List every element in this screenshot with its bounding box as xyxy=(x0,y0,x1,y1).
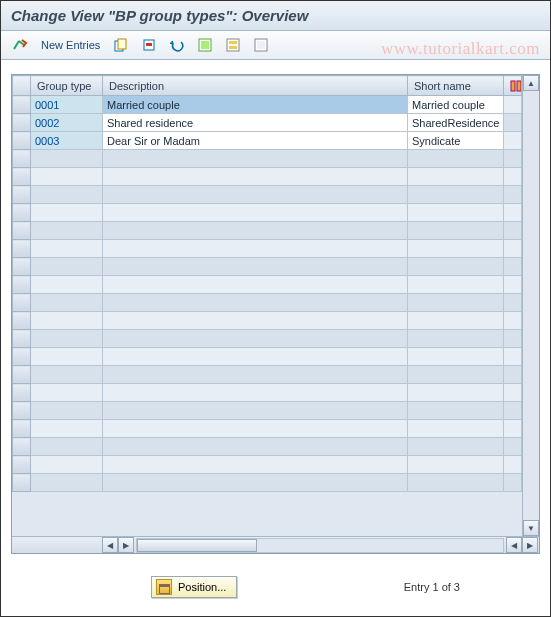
table-row-empty[interactable] xyxy=(13,276,522,294)
cell-empty[interactable] xyxy=(103,168,408,186)
hscroll-track[interactable] xyxy=(136,538,504,553)
scroll-left2-icon[interactable]: ◀ xyxy=(506,537,522,553)
row-selector[interactable] xyxy=(13,222,31,240)
cell-empty[interactable] xyxy=(408,222,504,240)
cell-empty[interactable] xyxy=(103,438,408,456)
cell-empty[interactable] xyxy=(504,402,522,420)
cell-empty[interactable] xyxy=(103,294,408,312)
cell-empty[interactable] xyxy=(504,294,522,312)
row-selector[interactable] xyxy=(13,186,31,204)
cell-empty[interactable] xyxy=(504,384,522,402)
cell-empty[interactable] xyxy=(504,438,522,456)
col-description[interactable]: Description xyxy=(103,76,408,96)
cell-empty[interactable] xyxy=(504,258,522,276)
horizontal-scrollbar[interactable]: ◀ ▶ ◀ ▶ xyxy=(12,536,539,553)
cell-empty[interactable] xyxy=(408,240,504,258)
table-config-icon[interactable] xyxy=(504,76,522,96)
cell-empty[interactable] xyxy=(31,330,103,348)
cell-group-type[interactable]: 0002 xyxy=(31,114,103,132)
cell-empty[interactable] xyxy=(408,258,504,276)
table-row-empty[interactable] xyxy=(13,240,522,258)
table-row-empty[interactable] xyxy=(13,168,522,186)
table-row-empty[interactable] xyxy=(13,186,522,204)
table-row-empty[interactable] xyxy=(13,312,522,330)
cell-empty[interactable] xyxy=(31,258,103,276)
cell-description[interactable]: Dear Sir or Madam xyxy=(103,132,408,150)
cell-empty[interactable] xyxy=(408,474,504,492)
cell-empty[interactable] xyxy=(504,150,522,168)
scroll-right-icon[interactable]: ▶ xyxy=(118,537,134,553)
table-row[interactable]: 0002Shared residenceSharedResidence xyxy=(13,114,522,132)
cell-empty[interactable] xyxy=(504,474,522,492)
cell-short-name[interactable]: Syndicate xyxy=(408,132,504,150)
scroll-track[interactable] xyxy=(523,91,539,520)
cell-empty[interactable] xyxy=(103,150,408,168)
cell-group-type[interactable]: 0003 xyxy=(31,132,103,150)
row-selector[interactable] xyxy=(13,114,31,132)
cell-empty[interactable] xyxy=(103,366,408,384)
cell-empty[interactable] xyxy=(103,258,408,276)
col-short-name[interactable]: Short name xyxy=(408,76,504,96)
table-row-empty[interactable] xyxy=(13,330,522,348)
cell-group-type[interactable]: 0001 xyxy=(31,96,103,114)
row-selector[interactable] xyxy=(13,456,31,474)
row-selector[interactable] xyxy=(13,312,31,330)
cell-empty[interactable] xyxy=(408,438,504,456)
cell-empty[interactable] xyxy=(408,276,504,294)
cell-empty[interactable] xyxy=(31,474,103,492)
row-selector[interactable] xyxy=(13,150,31,168)
cell-empty[interactable] xyxy=(504,312,522,330)
select-all-icon[interactable] xyxy=(194,35,216,55)
table-row-empty[interactable] xyxy=(13,384,522,402)
table-row-empty[interactable] xyxy=(13,258,522,276)
cell-empty[interactable] xyxy=(504,456,522,474)
cell-empty[interactable] xyxy=(31,348,103,366)
cell-empty[interactable] xyxy=(31,438,103,456)
row-selector[interactable] xyxy=(13,438,31,456)
row-selector[interactable] xyxy=(13,420,31,438)
row-selector[interactable] xyxy=(13,366,31,384)
scroll-right2-icon[interactable]: ▶ xyxy=(522,537,538,553)
cell-empty[interactable] xyxy=(103,474,408,492)
cell-empty[interactable] xyxy=(504,204,522,222)
cell-empty[interactable] xyxy=(408,204,504,222)
table-row-empty[interactable] xyxy=(13,474,522,492)
cell-empty[interactable] xyxy=(504,348,522,366)
cell-empty[interactable] xyxy=(103,276,408,294)
copy-icon[interactable] xyxy=(110,35,132,55)
cell-empty[interactable] xyxy=(408,348,504,366)
scroll-up-icon[interactable]: ▲ xyxy=(523,75,539,91)
cell-empty[interactable] xyxy=(103,456,408,474)
row-selector[interactable] xyxy=(13,294,31,312)
cell-empty[interactable] xyxy=(103,330,408,348)
row-selector[interactable] xyxy=(13,258,31,276)
row-selector[interactable] xyxy=(13,168,31,186)
cell-empty[interactable] xyxy=(103,222,408,240)
row-selector[interactable] xyxy=(13,276,31,294)
cell-empty[interactable] xyxy=(103,186,408,204)
table-row-empty[interactable] xyxy=(13,456,522,474)
cell-empty[interactable] xyxy=(408,150,504,168)
cell-empty[interactable] xyxy=(31,186,103,204)
cell-empty[interactable] xyxy=(504,186,522,204)
row-selector-header[interactable] xyxy=(13,76,31,96)
cell-empty[interactable] xyxy=(408,330,504,348)
cell-empty[interactable] xyxy=(31,276,103,294)
cell-empty[interactable] xyxy=(103,384,408,402)
cell-empty[interactable] xyxy=(31,204,103,222)
cell-empty[interactable] xyxy=(31,150,103,168)
cell-empty[interactable] xyxy=(31,456,103,474)
table-row-empty[interactable] xyxy=(13,294,522,312)
cell-empty[interactable] xyxy=(504,276,522,294)
cell-empty[interactable] xyxy=(103,312,408,330)
new-entries-button[interactable]: New Entries xyxy=(37,39,104,51)
cell-empty[interactable] xyxy=(103,420,408,438)
cell-empty[interactable] xyxy=(31,222,103,240)
cell-empty[interactable] xyxy=(504,222,522,240)
cell-empty[interactable] xyxy=(408,420,504,438)
cell-empty[interactable] xyxy=(408,366,504,384)
vertical-scrollbar[interactable]: ▲ ▼ xyxy=(522,75,539,536)
cell-empty[interactable] xyxy=(408,186,504,204)
table-row-empty[interactable] xyxy=(13,150,522,168)
cell-description[interactable]: Shared residence xyxy=(103,114,408,132)
